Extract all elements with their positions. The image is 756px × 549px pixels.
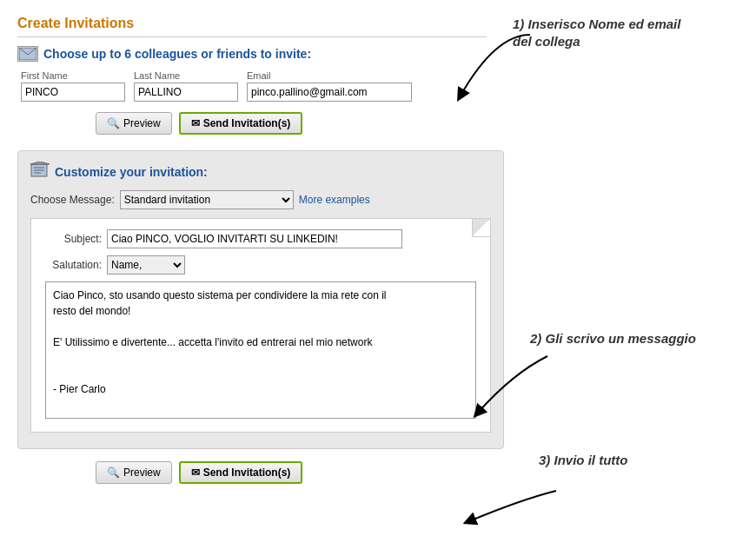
- salutation-select[interactable]: Name, Dear, Hi,: [107, 255, 185, 274]
- send-button-1[interactable]: ✉ Send Invitation(s): [179, 112, 303, 135]
- annotation-3: 3) Invio il tutto: [539, 452, 713, 469]
- message-select[interactable]: Standard invitation Reconnect Classmate: [120, 190, 294, 209]
- preview-button-2[interactable]: 🔍 Preview: [96, 461, 172, 484]
- preview-button-1[interactable]: 🔍 Preview: [96, 112, 172, 135]
- fields-row: First Name Last Name Email: [21, 70, 487, 102]
- envelope-icon: [17, 46, 38, 62]
- choose-message-label: Choose Message:: [30, 194, 115, 206]
- envelope-send-icon: ✉: [191, 117, 200, 129]
- section1-header-text: Choose up to 6 colleagues or friends to …: [43, 47, 311, 61]
- arrow-3: [426, 482, 565, 534]
- section1-buttons: 🔍 Preview ✉ Send Invitation(s): [96, 112, 487, 135]
- lastname-label: Last Name: [134, 70, 238, 81]
- envelope-send-icon-2: ✉: [191, 466, 200, 479]
- message-body[interactable]: Ciao Pinco, sto usando questo sistema pe…: [45, 281, 476, 419]
- subject-input[interactable]: [107, 229, 402, 248]
- page-title: Create Invitations: [17, 16, 487, 37]
- lastname-input[interactable]: [134, 83, 238, 102]
- firstname-label: First Name: [21, 70, 125, 81]
- section1: Choose up to 6 colleagues or friends to …: [17, 46, 487, 135]
- firstname-group: First Name: [21, 70, 125, 102]
- arrow-1: [426, 26, 539, 113]
- choose-message-row: Choose Message: Standard invitation Reco…: [30, 190, 491, 209]
- lastname-group: Last Name: [134, 70, 238, 102]
- email-label: Email: [247, 70, 412, 81]
- email-group: Email: [247, 70, 412, 102]
- svg-marker-2: [30, 162, 50, 164]
- section1-header: Choose up to 6 colleagues or friends to …: [17, 46, 487, 62]
- magnifier-icon-2: 🔍: [107, 466, 120, 479]
- section2: Customize your invitation: Choose Messag…: [17, 150, 504, 449]
- section2-buttons: 🔍 Preview ✉ Send Invitation(s): [96, 461, 487, 484]
- customize-icon: [30, 162, 50, 182]
- magnifier-icon: 🔍: [107, 117, 120, 129]
- salutation-label: Salutation:: [45, 259, 102, 271]
- section2-header: Customize your invitation:: [30, 162, 491, 182]
- send-button-2[interactable]: ✉ Send Invitation(s): [179, 461, 303, 484]
- section2-header-text: Customize your invitation:: [55, 165, 208, 179]
- subject-row: Subject:: [45, 229, 476, 248]
- annotation-2: 2) Gli scrivo un messaggio: [530, 330, 704, 347]
- firstname-input[interactable]: [21, 83, 125, 102]
- arrow-2: [443, 347, 556, 426]
- annotation-1: 1) Inserisco Nome ed email del collega: [513, 16, 686, 50]
- salutation-row: Salutation: Name, Dear, Hi,: [45, 255, 476, 274]
- more-examples-link[interactable]: More examples: [299, 194, 370, 206]
- letter-container: Subject: Salutation: Name, Dear, Hi, Cia…: [30, 218, 491, 433]
- subject-label: Subject:: [45, 233, 102, 245]
- email-input[interactable]: [247, 83, 412, 102]
